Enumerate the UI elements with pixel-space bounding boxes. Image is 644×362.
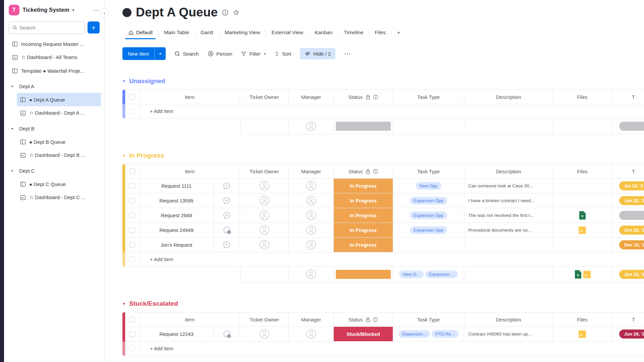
row-checkbox[interactable] [129,331,135,337]
chevron-down-icon[interactable]: ▾ [264,52,266,56]
sidebar-item[interactable]: ☆ Dashboard - Dept C ... [17,191,101,204]
sidebar-item[interactable]: Template ● Waterfall Proje... [9,64,101,77]
description-text[interactable]: I have a broken contract I need... [464,193,553,208]
sidebar-item[interactable]: ☆ Dashboard - Dept A ... [17,106,101,120]
column-header-item[interactable]: Item [140,164,240,179]
person-icon[interactable] [259,225,270,235]
timeline-pill[interactable]: Jul 12, '2 [619,181,644,190]
info-icon[interactable] [373,169,378,174]
column-header-task-type[interactable]: Task Type [393,164,464,179]
column-header-manager[interactable]: Manager [289,312,334,327]
status-badge[interactable]: In Progress [334,238,393,252]
row-checkbox[interactable] [129,346,135,351]
column-header-timeline[interactable]: T [612,312,644,327]
task-type-pill[interactable]: PTO Re... [432,330,459,338]
page-title[interactable]: Dept A Queue [136,5,218,19]
description-text[interactable] [464,238,553,252]
add-board-button[interactable]: + [88,21,100,34]
select-all-checkbox[interactable] [129,94,135,100]
column-header-timeline[interactable]: T [612,164,644,179]
column-header-ticket-owner[interactable]: Ticket Owner [240,164,289,179]
group-title[interactable]: Stuck/Escalated [129,300,178,307]
add-item-row[interactable]: + Add Item [122,252,644,266]
sidebar-item[interactable]: ● Dept A Queue [17,93,101,106]
row-checkbox[interactable] [129,256,135,262]
row-checkbox[interactable] [129,227,135,233]
column-header-status[interactable]: Status [334,312,393,327]
person-icon[interactable] [259,329,270,339]
person-icon[interactable] [259,181,270,191]
status-badge[interactable]: In Progress [334,223,393,237]
status-badge[interactable]: Stuck/Blocked [334,327,393,341]
tab-files[interactable]: Files [369,27,391,39]
task-type-pill[interactable]: Expansion Opp [410,212,447,219]
sidebar-collapse-button[interactable]: ‹ [100,8,109,17]
column-header-timeline[interactable]: T [612,89,644,104]
task-type-pill[interactable]: New Opp [416,182,441,190]
column-header-description[interactable]: Description [464,89,553,104]
sort-button[interactable]: Sort [274,51,291,57]
sidebar-item[interactable]: Incoming Request Master ... [9,37,101,51]
description-text[interactable]: Can someone look at Case 30... [464,179,553,193]
info-icon[interactable] [373,95,378,100]
item-name[interactable]: Request 13595 [159,198,194,203]
group-collapse-icon[interactable]: ▾ [123,301,125,306]
row-checkbox[interactable] [129,213,135,218]
person-icon[interactable] [306,240,316,250]
person-icon[interactable] [259,195,270,206]
column-header-task-type[interactable]: Task Type [393,89,464,104]
sidebar-item[interactable]: ☆ Dashboard - All Teams [9,51,101,64]
column-header-manager[interactable]: Manager [289,89,334,104]
tab-gantt[interactable]: Gantt [195,27,219,39]
chat-plus-icon[interactable] [222,211,231,220]
column-header-files[interactable]: Files [553,164,612,179]
status-badge[interactable]: In Progress [334,193,393,208]
info-icon[interactable] [373,317,378,322]
person-filter-button[interactable]: Person [208,51,232,57]
note-file-icon[interactable] [579,227,586,234]
new-item-dropdown-icon[interactable]: ▾ [154,47,166,60]
sidebar-item[interactable]: ☆ Dashboard - Dept B ... [17,148,101,162]
workspace-name[interactable]: Ticketing System [22,7,69,13]
new-item-button[interactable]: New Item ▾ [122,47,166,60]
row-checkbox[interactable] [129,183,135,189]
search-input[interactable] [19,25,81,31]
item-name[interactable]: Jon's Request [161,242,193,248]
description-text[interactable]: The was not resolved the first t... [464,208,553,223]
sidebar-folder-dept-b[interactable]: ▾Dept B [9,122,101,135]
person-icon[interactable] [259,210,270,221]
tab-kanban[interactable]: Kanban [309,27,338,39]
workspace-header[interactable]: T Ticketing System ▾ ⋯ [9,5,104,15]
workspace-more-icon[interactable]: ⋯ [93,6,100,14]
column-header-ticket-owner[interactable]: Ticket Owner [240,89,289,104]
task-type-pill[interactable]: Expansion... [398,330,430,338]
task-type-pill[interactable]: Expansion ... [425,270,458,278]
tab-timeline[interactable]: Timeline [338,27,369,39]
person-icon[interactable] [306,329,316,339]
column-header-files[interactable]: Files [553,89,612,104]
group-collapse-icon[interactable]: ▾ [123,79,125,83]
timeline-pill[interactable]: Jun 29, '2 [619,329,644,339]
column-header-description[interactable]: Description [464,312,553,327]
chat-badge-icon[interactable]: 1 [222,329,231,339]
toolbar-more-icon[interactable]: ⋯ [344,50,352,58]
timeline-pill[interactable]: Dec 15, '2 [619,240,644,249]
row-checkbox[interactable] [129,242,135,248]
timeline-pill[interactable]: Jun 22, '2 [619,196,644,205]
add-item-button[interactable]: + Add Item [150,257,173,262]
chat-plus-icon[interactable] [222,241,231,249]
timeline-pill[interactable] [619,211,644,220]
group-title[interactable]: In Progress [129,152,164,159]
sidebar-folder-dept-c[interactable]: ▾Dept C [9,164,101,177]
item-name[interactable]: Request 1111 [161,183,192,189]
hide-columns-button[interactable]: Hide / 2 [300,48,335,59]
add-item-row[interactable]: + Add Item [122,342,644,356]
excel-file-icon[interactable]: x [574,270,582,279]
column-header-files[interactable]: Files [553,312,612,327]
description-text[interactable]: Procedural documents are no... [464,223,553,238]
new-item-label[interactable]: New Item [122,47,154,60]
chat-plus-icon[interactable] [222,182,231,190]
sidebar-folder-dept-a[interactable]: ▾Dept A [9,79,101,93]
column-header-manager[interactable]: Manager [289,164,334,179]
column-header-status[interactable]: Status [334,164,393,179]
